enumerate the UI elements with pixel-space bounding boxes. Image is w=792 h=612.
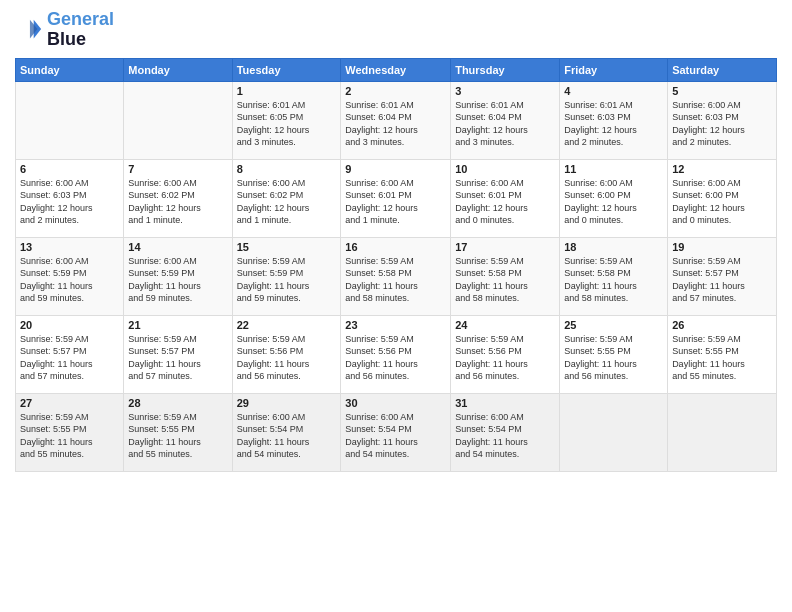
day-info: Sunrise: 6:01 AM Sunset: 6:04 PM Dayligh… (345, 99, 446, 149)
day-number: 10 (455, 163, 555, 175)
day-info: Sunrise: 5:59 AM Sunset: 5:58 PM Dayligh… (564, 255, 663, 305)
day-info: Sunrise: 5:59 AM Sunset: 5:57 PM Dayligh… (672, 255, 772, 305)
calendar-cell: 11Sunrise: 6:00 AM Sunset: 6:00 PM Dayli… (560, 159, 668, 237)
calendar-cell: 5Sunrise: 6:00 AM Sunset: 6:03 PM Daylig… (668, 81, 777, 159)
logo-text: General Blue (47, 10, 114, 50)
day-number: 23 (345, 319, 446, 331)
calendar-cell: 4Sunrise: 6:01 AM Sunset: 6:03 PM Daylig… (560, 81, 668, 159)
week-row-4: 20Sunrise: 5:59 AM Sunset: 5:57 PM Dayli… (16, 315, 777, 393)
day-info: Sunrise: 5:59 AM Sunset: 5:58 PM Dayligh… (455, 255, 555, 305)
weekday-header-wednesday: Wednesday (341, 58, 451, 81)
day-number: 30 (345, 397, 446, 409)
calendar-cell: 26Sunrise: 5:59 AM Sunset: 5:55 PM Dayli… (668, 315, 777, 393)
day-number: 6 (20, 163, 119, 175)
day-info: Sunrise: 5:59 AM Sunset: 5:56 PM Dayligh… (455, 333, 555, 383)
day-info: Sunrise: 6:00 AM Sunset: 6:01 PM Dayligh… (345, 177, 446, 227)
weekday-header-saturday: Saturday (668, 58, 777, 81)
day-info: Sunrise: 5:59 AM Sunset: 5:56 PM Dayligh… (237, 333, 337, 383)
calendar-cell: 30Sunrise: 6:00 AM Sunset: 5:54 PM Dayli… (341, 393, 451, 471)
day-info: Sunrise: 6:00 AM Sunset: 6:02 PM Dayligh… (128, 177, 227, 227)
calendar-cell: 16Sunrise: 5:59 AM Sunset: 5:58 PM Dayli… (341, 237, 451, 315)
day-info: Sunrise: 6:00 AM Sunset: 5:59 PM Dayligh… (20, 255, 119, 305)
day-number: 20 (20, 319, 119, 331)
calendar-cell: 25Sunrise: 5:59 AM Sunset: 5:55 PM Dayli… (560, 315, 668, 393)
day-number: 2 (345, 85, 446, 97)
day-info: Sunrise: 6:00 AM Sunset: 6:03 PM Dayligh… (672, 99, 772, 149)
day-number: 18 (564, 241, 663, 253)
day-number: 19 (672, 241, 772, 253)
weekday-header-row: SundayMondayTuesdayWednesdayThursdayFrid… (16, 58, 777, 81)
day-info: Sunrise: 6:00 AM Sunset: 6:00 PM Dayligh… (672, 177, 772, 227)
calendar-cell: 20Sunrise: 5:59 AM Sunset: 5:57 PM Dayli… (16, 315, 124, 393)
calendar-cell (124, 81, 232, 159)
weekday-header-thursday: Thursday (451, 58, 560, 81)
header: General Blue (15, 10, 777, 50)
calendar-cell: 8Sunrise: 6:00 AM Sunset: 6:02 PM Daylig… (232, 159, 341, 237)
day-number: 28 (128, 397, 227, 409)
calendar-cell (560, 393, 668, 471)
calendar-table: SundayMondayTuesdayWednesdayThursdayFrid… (15, 58, 777, 472)
day-number: 29 (237, 397, 337, 409)
day-info: Sunrise: 6:01 AM Sunset: 6:05 PM Dayligh… (237, 99, 337, 149)
day-info: Sunrise: 6:00 AM Sunset: 6:00 PM Dayligh… (564, 177, 663, 227)
day-number: 26 (672, 319, 772, 331)
day-number: 21 (128, 319, 227, 331)
calendar-cell: 27Sunrise: 5:59 AM Sunset: 5:55 PM Dayli… (16, 393, 124, 471)
calendar-cell: 12Sunrise: 6:00 AM Sunset: 6:00 PM Dayli… (668, 159, 777, 237)
day-info: Sunrise: 6:00 AM Sunset: 5:59 PM Dayligh… (128, 255, 227, 305)
calendar-cell: 10Sunrise: 6:00 AM Sunset: 6:01 PM Dayli… (451, 159, 560, 237)
day-number: 16 (345, 241, 446, 253)
day-number: 11 (564, 163, 663, 175)
calendar-cell: 28Sunrise: 5:59 AM Sunset: 5:55 PM Dayli… (124, 393, 232, 471)
day-info: Sunrise: 5:59 AM Sunset: 5:56 PM Dayligh… (345, 333, 446, 383)
day-number: 14 (128, 241, 227, 253)
day-number: 27 (20, 397, 119, 409)
day-number: 22 (237, 319, 337, 331)
day-info: Sunrise: 6:00 AM Sunset: 5:54 PM Dayligh… (345, 411, 446, 461)
calendar-cell: 31Sunrise: 6:00 AM Sunset: 5:54 PM Dayli… (451, 393, 560, 471)
calendar-cell: 9Sunrise: 6:00 AM Sunset: 6:01 PM Daylig… (341, 159, 451, 237)
week-row-2: 6Sunrise: 6:00 AM Sunset: 6:03 PM Daylig… (16, 159, 777, 237)
day-info: Sunrise: 5:59 AM Sunset: 5:55 PM Dayligh… (564, 333, 663, 383)
calendar-cell: 29Sunrise: 6:00 AM Sunset: 5:54 PM Dayli… (232, 393, 341, 471)
calendar-cell (668, 393, 777, 471)
weekday-header-tuesday: Tuesday (232, 58, 341, 81)
calendar-cell: 1Sunrise: 6:01 AM Sunset: 6:05 PM Daylig… (232, 81, 341, 159)
calendar-cell: 18Sunrise: 5:59 AM Sunset: 5:58 PM Dayli… (560, 237, 668, 315)
calendar-cell: 7Sunrise: 6:00 AM Sunset: 6:02 PM Daylig… (124, 159, 232, 237)
day-info: Sunrise: 5:59 AM Sunset: 5:59 PM Dayligh… (237, 255, 337, 305)
main-container: General Blue SundayMondayTuesdayWednesda… (0, 0, 792, 477)
calendar-cell: 14Sunrise: 6:00 AM Sunset: 5:59 PM Dayli… (124, 237, 232, 315)
day-number: 3 (455, 85, 555, 97)
calendar-cell: 19Sunrise: 5:59 AM Sunset: 5:57 PM Dayli… (668, 237, 777, 315)
calendar-cell: 2Sunrise: 6:01 AM Sunset: 6:04 PM Daylig… (341, 81, 451, 159)
calendar-cell: 15Sunrise: 5:59 AM Sunset: 5:59 PM Dayli… (232, 237, 341, 315)
day-info: Sunrise: 5:59 AM Sunset: 5:58 PM Dayligh… (345, 255, 446, 305)
day-number: 13 (20, 241, 119, 253)
day-info: Sunrise: 6:01 AM Sunset: 6:04 PM Dayligh… (455, 99, 555, 149)
day-number: 24 (455, 319, 555, 331)
calendar-cell (16, 81, 124, 159)
day-number: 25 (564, 319, 663, 331)
day-number: 1 (237, 85, 337, 97)
day-number: 17 (455, 241, 555, 253)
logo: General Blue (15, 10, 114, 50)
week-row-5: 27Sunrise: 5:59 AM Sunset: 5:55 PM Dayli… (16, 393, 777, 471)
day-number: 12 (672, 163, 772, 175)
day-number: 7 (128, 163, 227, 175)
weekday-header-monday: Monday (124, 58, 232, 81)
calendar-cell: 13Sunrise: 6:00 AM Sunset: 5:59 PM Dayli… (16, 237, 124, 315)
day-info: Sunrise: 5:59 AM Sunset: 5:55 PM Dayligh… (128, 411, 227, 461)
calendar-cell: 23Sunrise: 5:59 AM Sunset: 5:56 PM Dayli… (341, 315, 451, 393)
day-number: 15 (237, 241, 337, 253)
weekday-header-sunday: Sunday (16, 58, 124, 81)
calendar-cell: 22Sunrise: 5:59 AM Sunset: 5:56 PM Dayli… (232, 315, 341, 393)
calendar-cell: 17Sunrise: 5:59 AM Sunset: 5:58 PM Dayli… (451, 237, 560, 315)
day-info: Sunrise: 6:00 AM Sunset: 5:54 PM Dayligh… (455, 411, 555, 461)
day-info: Sunrise: 6:00 AM Sunset: 6:01 PM Dayligh… (455, 177, 555, 227)
day-info: Sunrise: 6:00 AM Sunset: 6:02 PM Dayligh… (237, 177, 337, 227)
day-info: Sunrise: 6:00 AM Sunset: 6:03 PM Dayligh… (20, 177, 119, 227)
calendar-cell: 3Sunrise: 6:01 AM Sunset: 6:04 PM Daylig… (451, 81, 560, 159)
logo-icon (15, 16, 43, 44)
day-number: 5 (672, 85, 772, 97)
